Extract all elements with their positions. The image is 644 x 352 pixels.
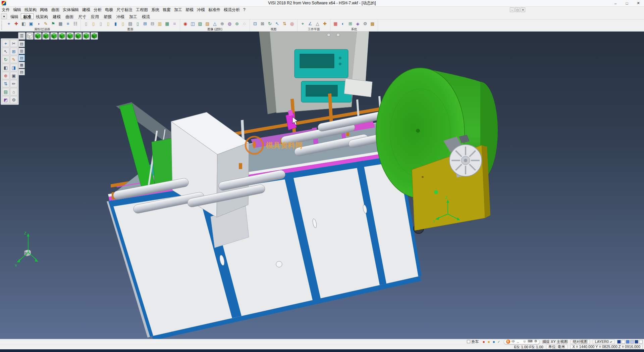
toolbar-icon-button[interactable]: ⊕	[219, 20, 226, 27]
color-swatch[interactable]	[617, 340, 621, 344]
mdi-minimize-button[interactable]: –	[510, 7, 515, 12]
toolbar-icon-button[interactable]: ≡	[64, 20, 71, 27]
toolbar-tab[interactable]: 冲模	[114, 13, 127, 19]
toolbar-icon-button[interactable]: ◑	[35, 20, 42, 27]
menu-item[interactable]: 编辑	[11, 7, 23, 13]
toolbar-tab[interactable]: 加工	[127, 13, 140, 19]
selection-mode-button[interactable]: ▤	[18, 69, 25, 75]
menu-item[interactable]: 工程图	[134, 7, 150, 13]
toolbar-icon-button[interactable]: ↖	[274, 20, 281, 27]
toolbar-icon-button[interactable]: ▯	[105, 20, 112, 27]
mdi-close-button[interactable]: ✕	[521, 7, 525, 12]
toolbar-tab[interactable]: 塑膜	[101, 13, 114, 19]
color-swatch[interactable]	[635, 340, 638, 344]
left-tool-button[interactable]: ⊞	[10, 48, 17, 55]
toolbar-icon-button[interactable]: ▯	[90, 20, 97, 27]
toolbar-icon-button[interactable]: ◎	[288, 20, 296, 27]
toolbar-icon-button[interactable]: ◍	[226, 20, 233, 27]
menu-item[interactable]: 网格	[38, 7, 50, 13]
toolbar-icon-button[interactable]: ✎	[42, 20, 49, 27]
layer-spinner[interactable]: ▴▾	[610, 340, 612, 344]
color-swatch[interactable]	[630, 340, 634, 344]
menu-item[interactable]: 尺寸标注	[115, 7, 134, 13]
toolbar-icon-button[interactable]: △	[314, 20, 321, 27]
color-swatch[interactable]	[626, 340, 630, 344]
left-tool-button[interactable]: ✎	[10, 56, 17, 63]
menu-item[interactable]: 线架构	[23, 7, 38, 13]
left-tool-button[interactable]: ◩	[2, 96, 9, 103]
toolbar-icon-button[interactable]: ▯	[134, 20, 141, 27]
viewcube-view-button[interactable]	[83, 32, 90, 40]
layer-field[interactable]: LAYER0 ▴▾	[593, 340, 614, 344]
menu-item[interactable]: 电极	[103, 7, 115, 13]
menu-item[interactable]: 建模	[80, 7, 92, 13]
viewcube-view-button[interactable]	[74, 32, 82, 40]
toolbar-tab[interactable]: 应用	[89, 13, 101, 19]
toolbar-icon-button[interactable]: ▯	[83, 20, 90, 27]
toolbar-icon-button[interactable]: ⊡	[252, 20, 259, 27]
viewcube-view-button[interactable]	[66, 32, 74, 40]
status-icon[interactable]: ■	[487, 340, 491, 344]
viewcube-view-button[interactable]	[26, 32, 34, 40]
left-tool-button[interactable]: ◧	[2, 64, 9, 71]
menu-item[interactable]: 视窗	[161, 7, 172, 13]
menu-item[interactable]: 实体编辑	[61, 7, 80, 13]
color-swatch[interactable]	[622, 340, 625, 344]
toolbar-icon-button[interactable]: ▯	[119, 20, 126, 27]
toolbar-icon-button[interactable]: ◌	[241, 20, 248, 27]
toolbar-icon-button[interactable]: ▩	[369, 20, 376, 27]
toolbar-icon-button[interactable]: ⊠	[259, 20, 266, 27]
left-tool-button[interactable]: ⇅	[2, 80, 9, 87]
toolbar-icon-button[interactable]: ▥	[156, 20, 163, 27]
toolbar-icon-button[interactable]: ▦	[57, 20, 64, 27]
toolbar-icon-button[interactable]: ⊟	[149, 20, 156, 27]
left-tool-button[interactable]: ⌂	[10, 88, 17, 95]
toolbar-icon-button[interactable]: ⌖	[5, 20, 12, 27]
viewcube-menu-button[interactable]: ☰	[18, 32, 25, 40]
toolbar-tab[interactable]: 模流	[140, 13, 152, 19]
toolbar-icon-button[interactable]: ⊞	[142, 20, 149, 27]
menu-item[interactable]: ?	[241, 7, 247, 13]
ime-tool[interactable]: ,。	[517, 339, 521, 344]
left-tool-button[interactable]: ⚙	[10, 96, 17, 103]
viewport-3d-model[interactable]: Y Z 模具资料网 Z Y	[0, 32, 644, 339]
color-swatch[interactable]	[639, 340, 643, 344]
left-tool-button[interactable]: ◨	[10, 64, 17, 71]
toolbar-icon-button[interactable]: ▣	[28, 20, 35, 27]
absolute-view-field[interactable]: 绝对视图	[571, 340, 590, 344]
toolbar-icon-button[interactable]: ✚	[13, 20, 20, 27]
toolbar-icon-button[interactable]: ✚	[321, 20, 328, 27]
ime-tool[interactable]: ⌨	[528, 339, 533, 344]
ime-logo-icon[interactable]: S	[506, 340, 510, 344]
viewcube-view-button[interactable]	[58, 32, 66, 40]
menu-item[interactable]: 系统	[150, 7, 161, 13]
toolbar-grip[interactable]	[1, 21, 3, 30]
toolbar-icon-button[interactable]: ▯	[97, 20, 104, 27]
toolbar-icon-button[interactable]: △	[211, 20, 218, 27]
menu-item[interactable]: 模流分析	[222, 7, 241, 13]
toolbar-icon-button[interactable]: ☷	[72, 20, 79, 27]
toolbar-icon-button[interactable]: ◫	[189, 20, 196, 27]
toolbar-icon-button[interactable]: ◧	[20, 20, 27, 27]
status-icon[interactable]: ■	[482, 340, 486, 344]
selection-mode-button[interactable]: ▤	[18, 41, 25, 47]
menu-item[interactable]: 塑模	[184, 7, 195, 13]
toolbar-tab[interactable]: 建模	[50, 13, 63, 19]
menu-item[interactable]: 文件	[0, 7, 11, 13]
menu-item[interactable]: 分析	[92, 7, 103, 13]
toolbar-icon-button[interactable]: ◈	[354, 20, 361, 27]
toolbar-tab[interactable]: 编辑	[8, 13, 21, 19]
status-icon[interactable]: ✓	[497, 340, 501, 344]
tabs-dropdown-button[interactable]: ▾	[1, 13, 7, 19]
toolbar-icon-button[interactable]: ⌖	[299, 20, 306, 27]
toolbar-icon-button[interactable]: ↻	[266, 20, 273, 27]
toolbar-icon-button[interactable]: ⚑	[50, 20, 57, 27]
mdi-restore-button[interactable]: ▢	[515, 7, 520, 12]
toolbar-icon-button[interactable]: ◐	[339, 20, 346, 27]
left-tool-button[interactable]: ↖	[2, 48, 9, 55]
menu-item[interactable]: 加工	[172, 7, 184, 13]
toolbar-tab[interactable]: 尺寸	[76, 13, 89, 19]
toolbar-icon-button[interactable]: ▦	[164, 20, 171, 27]
toolbar-tab[interactable]: 曲面	[63, 13, 76, 19]
viewcube-view-button[interactable]	[91, 32, 98, 40]
